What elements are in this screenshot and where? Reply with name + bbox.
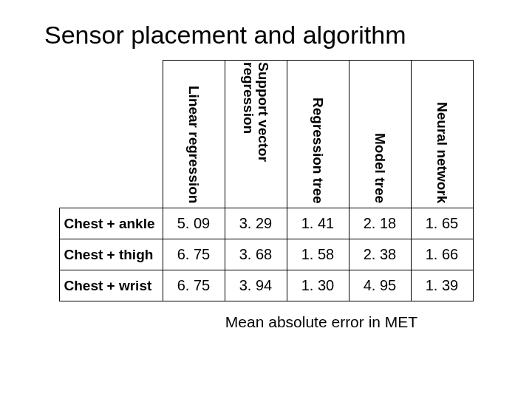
cell: 6. 75 [163,239,225,270]
col-label: Support vector regression [225,62,287,207]
page-title: Sensor placement and algorithm [44,21,495,50]
row-label-chest-ankle: Chest + ankle [59,208,163,239]
cell: 1. 41 [287,208,349,239]
cell: 4. 95 [349,270,411,301]
cell: 2. 18 [349,208,411,239]
cell: 3. 68 [225,239,287,270]
cell: 1. 65 [411,208,473,239]
results-table: Linear regression Support vector regress… [59,60,474,301]
col-linear-regression: Linear regression [163,61,225,208]
row-label-chest-wrist: Chest + wrist [59,270,163,301]
cell: 2. 38 [349,239,411,270]
slide: Sensor placement and algorithm Linear re… [0,0,532,399]
cell: 1. 30 [287,270,349,301]
cell: 3. 94 [225,270,287,301]
col-model-tree: Model tree [349,61,411,208]
col-neural-network: Neural network [411,61,473,208]
cell: 5. 09 [163,208,225,239]
col-label: Neural network [412,62,473,207]
col-support-vector-regression: Support vector regression [225,61,287,208]
caption: Mean absolute error in MET [148,313,495,331]
row-label-chest-thigh: Chest + thigh [59,239,163,270]
table-row: Chest + wrist 6. 75 3. 94 1. 30 4. 95 1.… [59,270,473,301]
table-row: Chest + ankle 5. 09 3. 29 1. 41 2. 18 1.… [59,208,473,239]
col-label: Model tree [349,62,411,207]
col-regression-tree: Regression tree [287,61,349,208]
header-row: Linear regression Support vector regress… [59,61,473,208]
cell: 1. 58 [287,239,349,270]
cell: 3. 29 [225,208,287,239]
table-row: Chest + thigh 6. 75 3. 68 1. 58 2. 38 1.… [59,239,473,270]
cell: 1. 66 [411,239,473,270]
corner-cell [59,61,163,208]
col-label: Linear regression [163,62,225,207]
cell: 1. 39 [411,270,473,301]
col-label: Regression tree [287,62,349,207]
cell: 6. 75 [163,270,225,301]
